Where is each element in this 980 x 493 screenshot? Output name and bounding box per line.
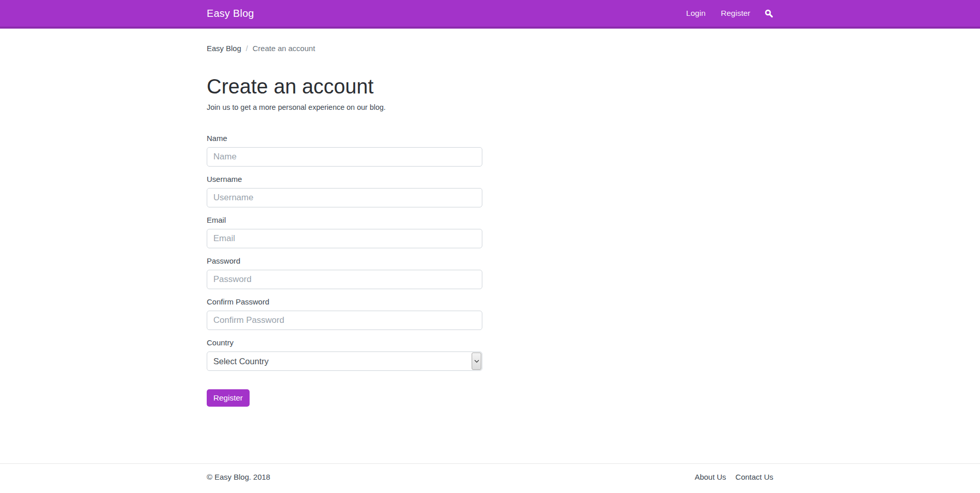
form-group-name: Name <box>207 134 482 167</box>
email-input[interactable] <box>207 229 482 248</box>
form-group-password: Password <box>207 256 482 289</box>
country-select[interactable]: Select Country <box>207 351 482 371</box>
footer-links: About Us Contact Us <box>688 473 773 481</box>
footer-contact-link[interactable]: Contact Us <box>736 473 773 481</box>
register-form: Name Username Email Password Confirm Pas… <box>207 134 482 407</box>
page-footer: © Easy Blog. 2018 About Us Contact Us <box>0 463 980 493</box>
search-icon <box>765 9 773 18</box>
register-submit-button[interactable]: Register <box>207 389 250 407</box>
confirm-password-label: Confirm Password <box>207 297 482 306</box>
form-group-email: Email <box>207 216 482 248</box>
nav-register-link[interactable]: Register <box>713 9 758 18</box>
breadcrumb-current: Create an account <box>253 44 315 53</box>
name-input[interactable] <box>207 147 482 167</box>
main-content: Easy Blog / Create an account Create an … <box>0 29 980 463</box>
name-label: Name <box>207 134 482 143</box>
country-label: Country <box>207 338 482 347</box>
breadcrumb: Easy Blog / Create an account <box>207 44 773 53</box>
page-subtitle: Join us to get a more personal experienc… <box>207 103 773 111</box>
username-input[interactable] <box>207 188 482 207</box>
username-label: Username <box>207 175 482 183</box>
brand-link[interactable]: Easy Blog <box>207 8 254 19</box>
password-label: Password <box>207 256 482 265</box>
top-navbar: Easy Blog Login Register <box>0 0 980 29</box>
confirm-password-input[interactable] <box>207 311 482 330</box>
navbar-menu: Login Register <box>678 9 773 18</box>
form-group-confirm-password: Confirm Password <box>207 297 482 330</box>
page-title: Create an account <box>207 75 773 98</box>
nav-login-link[interactable]: Login <box>678 9 713 18</box>
form-group-country: Country Select Country <box>207 338 482 371</box>
footer-about-link[interactable]: About Us <box>695 473 726 481</box>
breadcrumb-separator: / <box>241 44 253 53</box>
password-input[interactable] <box>207 270 482 289</box>
footer-copyright: © Easy Blog. 2018 <box>207 473 270 481</box>
search-button[interactable] <box>758 9 773 18</box>
breadcrumb-home-link[interactable]: Easy Blog <box>207 44 241 53</box>
email-label: Email <box>207 216 482 224</box>
form-group-username: Username <box>207 175 482 207</box>
